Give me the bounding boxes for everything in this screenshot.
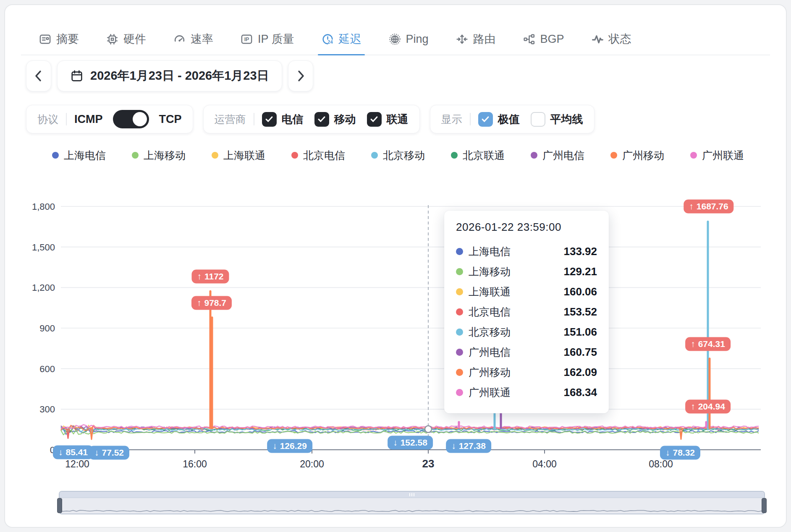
divider — [254, 113, 254, 125]
zoom-right-handle[interactable] — [762, 498, 767, 513]
date-navigation: 2026年1月23日 - 2026年1月23日 — [26, 61, 313, 91]
series-line-2 — [61, 425, 759, 431]
display-checkbox-average[interactable]: 平均线 — [531, 112, 583, 127]
filter-controls: 协议 ICMP TCP 运营商 电信移动联通 显示 极值平均线 — [26, 105, 595, 133]
tab-speed[interactable]: 速率 — [173, 23, 213, 55]
carrier-checkbox-telecom[interactable]: 电信 — [262, 112, 304, 127]
summary-icon — [39, 33, 52, 46]
dip — [90, 428, 93, 439]
max-value-badge: ↑204.94 — [685, 399, 731, 413]
date-range-label: 2026年1月23日 - 2026年1月23日 — [90, 68, 269, 84]
series-value: 151.06 — [563, 326, 597, 339]
tab-route[interactable]: 路由 — [456, 23, 496, 55]
protocol-group-label: 协议 — [37, 112, 58, 126]
legend-item-0[interactable]: 上海电信 — [52, 149, 106, 162]
min-value-badge: ↓77.52 — [89, 446, 129, 459]
prev-day-button[interactable] — [26, 60, 51, 91]
x-axis-label: 12:00 — [65, 459, 89, 469]
next-day-button[interactable] — [288, 60, 313, 91]
series-name: 广州联通 — [469, 386, 511, 399]
tab-ip-quality[interactable]: IPIP 质量 — [240, 23, 294, 55]
hardware-icon — [106, 33, 119, 46]
legend-item-7[interactable]: 广州移动 — [610, 149, 664, 162]
legend-item-1[interactable]: 上海移动 — [132, 149, 186, 162]
zoom-move-handle[interactable] — [60, 492, 764, 498]
legend-dot — [132, 152, 139, 159]
tab-status[interactable]: 状态 — [591, 23, 631, 55]
display-group: 显示 极值平均线 — [430, 105, 595, 133]
series-legend: 上海电信上海移动上海联通北京电信北京移动北京联通广州电信广州移动广州联通 — [52, 147, 744, 164]
max-value-badge: ↑1172 — [191, 269, 229, 283]
series-dot — [456, 268, 463, 275]
badge-value: 1687.76 — [697, 201, 728, 211]
checkbox-box — [262, 112, 277, 127]
badge-value: 127.38 — [459, 441, 486, 451]
tab-label: BGP — [540, 33, 564, 46]
series-value: 129.21 — [563, 265, 597, 278]
zoom-track[interactable] — [60, 498, 764, 514]
tab-latency[interactable]: 24延迟 — [321, 23, 361, 55]
x-axis-label: 23 — [422, 457, 435, 470]
legend-dot — [291, 152, 298, 159]
arrow-up-icon: ↑ — [197, 297, 202, 308]
zoom-left-handle[interactable] — [57, 498, 62, 513]
series-dot — [456, 248, 463, 255]
tab-label: 硬件 — [123, 31, 146, 47]
tab-bgp[interactable]: BGP — [523, 23, 564, 55]
checkbox-box — [314, 112, 329, 127]
legend-item-5[interactable]: 北京联通 — [451, 149, 505, 162]
legend-item-2[interactable]: 上海联通 — [212, 149, 265, 162]
legend-item-6[interactable]: 广州电信 — [531, 149, 584, 162]
legend-label: 北京联通 — [463, 149, 505, 162]
badge-value: 204.94 — [698, 401, 725, 412]
legend-item-4[interactable]: 北京移动 — [371, 149, 425, 162]
tab-ping[interactable]: Ping — [388, 23, 429, 55]
ping-icon — [388, 33, 401, 46]
protocol-toggle[interactable] — [113, 110, 149, 128]
y-axis-label: 1,800 — [32, 201, 55, 212]
series-value: 160.06 — [563, 285, 597, 298]
arrow-down-icon: ↓ — [451, 441, 456, 451]
tooltip-row: 广州电信160.75 — [456, 342, 597, 362]
arrow-up-icon: ↑ — [689, 201, 694, 211]
tab-label: Ping — [406, 33, 429, 46]
series-value: 162.09 — [563, 366, 597, 379]
chevron-right-icon — [296, 69, 306, 83]
legend-label: 广州移动 — [622, 149, 664, 162]
y-axis-label: 600 — [39, 364, 55, 374]
tooltip-row: 上海移动129.21 — [456, 261, 597, 282]
tab-label: 状态 — [609, 31, 631, 47]
carrier-checkbox-unicom[interactable]: 联通 — [367, 112, 409, 127]
display-checkbox-extremes[interactable]: 极值 — [478, 112, 520, 127]
tooltip-row: 广州联通168.34 — [456, 382, 597, 402]
speed-icon — [173, 33, 186, 46]
legend-dot — [371, 152, 378, 159]
carrier-checkbox-mobile[interactable]: 移动 — [314, 112, 356, 127]
y-axis-label: 300 — [39, 404, 55, 415]
dip — [467, 432, 470, 433]
tab-hardware[interactable]: 硬件 — [106, 23, 146, 55]
badge-value: 1172 — [204, 271, 224, 282]
legend-label: 广州联通 — [702, 149, 744, 162]
panel-card: 摘要硬件速率IPIP 质量24延迟Ping路由BGP状态 2026年1月23日 … — [4, 4, 787, 528]
carrier-group-label: 运营商 — [215, 112, 246, 126]
x-axis-label: 08:00 — [649, 459, 673, 469]
chart-tooltip: 2026-01-22 23:59:00 上海电信133.92上海移动129.21… — [444, 211, 609, 413]
arrow-up-icon: ↑ — [691, 401, 695, 412]
tooltip-row: 上海联通160.06 — [456, 282, 597, 302]
checkbox-label: 平均线 — [550, 112, 583, 127]
legend-item-8[interactable]: 广州联通 — [690, 149, 744, 162]
checkbox-box — [367, 112, 382, 127]
date-range-picker[interactable]: 2026年1月23日 - 2026年1月23日 — [57, 60, 282, 91]
tab-summary[interactable]: 摘要 — [39, 23, 79, 55]
legend-label: 北京移动 — [383, 149, 425, 162]
series-line-5 — [61, 427, 759, 432]
grip-icon — [409, 493, 414, 496]
legend-item-3[interactable]: 北京电信 — [291, 149, 345, 162]
tab-bar: 摘要硬件速率IPIP 质量24延迟Ping路由BGP状态 — [21, 23, 770, 55]
carrier-group: 运营商 电信移动联通 — [203, 105, 420, 133]
series-line-0 — [61, 429, 759, 435]
min-value-badge: ↓85.41 — [53, 445, 93, 459]
data-zoom-slider[interactable] — [59, 491, 765, 514]
badge-value: 85.41 — [65, 447, 88, 457]
